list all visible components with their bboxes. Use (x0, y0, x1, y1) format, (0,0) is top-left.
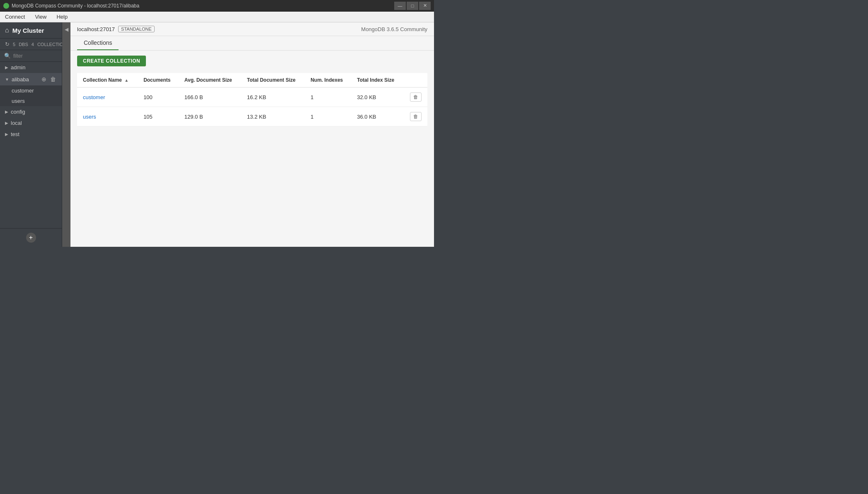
cell-collection-name-0: customer (77, 88, 138, 107)
main-layout: ⌂ My Cluster ↻ 5 DBS 4 COLLECTIONS 🔍 ▶ a… (0, 22, 434, 247)
collection-link-users[interactable]: users (83, 114, 96, 120)
db-actions-alibaba: ⊕ 🗑 (40, 75, 57, 83)
dbs-count: 5 (13, 42, 15, 47)
collection-list-alibaba: customer users (0, 85, 62, 106)
col-header-documents[interactable]: Documents (138, 73, 179, 88)
sidebar-item-customer[interactable]: customer (0, 85, 62, 96)
main-content: localhost:27017 STANDALONE MongoDB 3.6.5… (70, 22, 434, 247)
sidebar-item-admin[interactable]: ▶ admin (0, 62, 62, 73)
cell-documents-0: 100 (138, 88, 179, 107)
sidebar-item-users[interactable]: users (0, 96, 62, 106)
db-name-test: test (11, 131, 57, 137)
minimize-button[interactable]: — (394, 2, 406, 10)
sort-icon: ▲ (124, 78, 129, 83)
cell-collection-name-1: users (77, 107, 138, 127)
host-text: localhost:27017 (77, 26, 115, 32)
delete-db-icon[interactable]: 🗑 (49, 75, 57, 83)
create-collection-button[interactable]: CREATE COLLECTION (77, 56, 146, 66)
tabs-bar: Collections (70, 36, 434, 51)
home-icon: ⌂ (5, 27, 9, 34)
db-name-config: config (11, 109, 57, 115)
table-header-row: Collection Name ▲ Documents Avg. Documen… (77, 73, 427, 88)
cluster-name: My Cluster (12, 27, 44, 34)
col-header-actions (403, 73, 427, 88)
sidebar-nav: ▶ admin ▼ alibaba ⊕ 🗑 customer users ▶ (0, 62, 62, 228)
sidebar-cluster[interactable]: ⌂ My Cluster (0, 22, 62, 39)
app-icon (3, 3, 9, 9)
breadcrumb: localhost:27017 STANDALONE (77, 26, 155, 32)
menu-view[interactable]: View (33, 13, 48, 21)
col-header-name[interactable]: Collection Name ▲ (77, 73, 138, 88)
col-header-avg-doc-size[interactable]: Avg. Document Size (179, 73, 241, 88)
title-bar-left: MongoDB Compass Community - localhost:27… (3, 3, 139, 9)
delete-collection-button-users[interactable]: 🗑 (410, 112, 422, 121)
standalone-badge: STANDALONE (118, 26, 155, 32)
filter-input[interactable] (13, 53, 58, 59)
cell-total-index-size-1: 36.0 KB (351, 107, 403, 127)
refresh-icon[interactable]: ↻ (5, 41, 10, 47)
col-header-total-doc-size[interactable]: Total Document Size (241, 73, 305, 88)
cell-total-index-size-0: 32.0 KB (351, 88, 403, 107)
sidebar-item-alibaba[interactable]: ▼ alibaba ⊕ 🗑 (0, 73, 62, 85)
table-row: users 105 129.0 B 13.2 KB 1 36.0 KB 🗑 (77, 107, 427, 127)
sidebar-stats: ↻ 5 DBS 4 COLLECTIONS (0, 39, 62, 50)
cell-total-doc-size-0: 16.2 KB (241, 88, 305, 107)
add-collection-icon[interactable]: ⊕ (40, 75, 48, 83)
menu-help[interactable]: Help (55, 13, 69, 21)
cell-documents-1: 105 (138, 107, 179, 127)
collapse-sidebar-button[interactable]: ◀ (62, 22, 70, 247)
content-header: localhost:27017 STANDALONE MongoDB 3.6.5… (70, 22, 434, 36)
window-title: MongoDB Compass Community - localhost:27… (12, 3, 139, 9)
menu-connect[interactable]: Connect (3, 13, 27, 21)
maximize-button[interactable]: □ (407, 2, 418, 10)
chevron-down-icon: ▼ (5, 77, 9, 82)
col-header-total-index-size[interactable]: Total Index Size (351, 73, 403, 88)
collections-count: 4 (32, 42, 34, 47)
table-row: customer 100 166.0 B 16.2 KB 1 32.0 KB 🗑 (77, 88, 427, 107)
close-button[interactable]: ✕ (419, 2, 431, 10)
cell-avg-doc-size-0: 166.0 B (179, 88, 241, 107)
collection-link-customer[interactable]: customer (83, 94, 105, 100)
db-name-local: local (11, 120, 57, 126)
window-controls: — □ ✕ (394, 2, 431, 10)
title-bar: MongoDB Compass Community - localhost:27… (0, 0, 434, 12)
search-icon: 🔍 (4, 53, 11, 59)
col-header-num-indexes[interactable]: Num. Indexes (305, 73, 351, 88)
delete-collection-button-customer[interactable]: 🗑 (410, 92, 422, 102)
sidebar-item-local[interactable]: ▶ local (0, 117, 62, 129)
db-name-alibaba: alibaba (12, 76, 38, 83)
sidebar: ⌂ My Cluster ↻ 5 DBS 4 COLLECTIONS 🔍 ▶ a… (0, 22, 62, 247)
cell-total-doc-size-1: 13.2 KB (241, 107, 305, 127)
cell-num-indexes-1: 1 (305, 107, 351, 127)
collections-content: CREATE COLLECTION Collection Name ▲ Docu… (70, 51, 434, 247)
menu-bar: Connect View Help (0, 12, 434, 22)
tab-collections[interactable]: Collections (77, 36, 119, 50)
db-name-admin: admin (11, 64, 57, 71)
dbs-label: DBS (19, 42, 28, 47)
sidebar-footer: + (0, 228, 62, 247)
sidebar-item-config[interactable]: ▶ config (0, 106, 62, 117)
add-database-button[interactable]: + (26, 233, 36, 243)
chevron-right-icon-local: ▶ (5, 121, 8, 125)
sidebar-filter: 🔍 (0, 50, 62, 62)
cell-num-indexes-0: 1 (305, 88, 351, 107)
chevron-right-icon-test: ▶ (5, 132, 8, 136)
cell-delete-1: 🗑 (403, 107, 427, 127)
collections-table: Collection Name ▲ Documents Avg. Documen… (77, 73, 427, 127)
cell-avg-doc-size-1: 129.0 B (179, 107, 241, 127)
sidebar-item-test[interactable]: ▶ test (0, 129, 62, 140)
version-text: MongoDB 3.6.5 Community (361, 26, 427, 32)
chevron-right-icon-config: ▶ (5, 110, 8, 114)
chevron-right-icon: ▶ (5, 65, 8, 70)
cell-delete-0: 🗑 (403, 88, 427, 107)
